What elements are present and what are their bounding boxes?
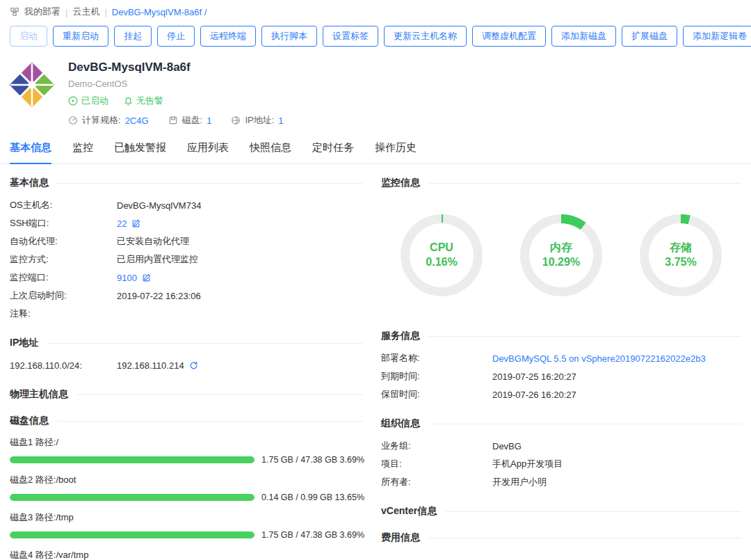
monitoring-header: 监控信息 bbox=[381, 177, 741, 189]
update-hostname-button[interactable]: 更新云主机名称 bbox=[384, 26, 467, 47]
tab-monitoring[interactable]: 监控 bbox=[72, 141, 93, 163]
tab-triggered-alarms[interactable]: 已触发警报 bbox=[114, 141, 166, 163]
gauge-value: 10.29% bbox=[542, 255, 580, 270]
gauge-value: 3.75% bbox=[665, 255, 696, 270]
section-divider bbox=[428, 538, 741, 538]
tab-scheduled-tasks[interactable]: 定时任务 bbox=[312, 141, 354, 163]
fee-info-header[interactable]: 费用信息 bbox=[381, 531, 741, 544]
ssh-port-value[interactable]: 22 bbox=[117, 218, 127, 229]
info-row-last-boot: 上次启动时间: 2019-07-22 16:23:06 bbox=[10, 287, 363, 305]
info-value: 2019-07-22 16:23:06 bbox=[117, 291, 201, 301]
breadcrumb-current[interactable]: DevBG-MysqlVM-8a6f / bbox=[112, 7, 207, 17]
vm-meta: DevBG-MysqlVM-8a6f Demo-CentOS 已启动 bbox=[68, 61, 284, 127]
ip-count-label: IP地址: bbox=[245, 114, 274, 127]
disk-count-value[interactable]: 1 bbox=[207, 115, 211, 126]
section-title: IP地址 bbox=[10, 337, 38, 349]
disk-item-1: 磁盘1 路径:/ 1.75 GB / 47.38 GB 3.69% bbox=[10, 436, 363, 465]
stop-button[interactable]: 停止 bbox=[157, 26, 195, 47]
compute-spec-value[interactable]: 2C4G bbox=[125, 115, 149, 126]
right-column: 监控信息 CPU 0.16% 内存 10.29% 存储 3.75% bbox=[381, 174, 741, 560]
disk-usage-text: 1.75 GB / 47.38 GB 3.69% bbox=[261, 455, 364, 465]
info-value: 已启用内置代理监控 bbox=[117, 253, 198, 266]
section-divider bbox=[57, 183, 363, 184]
edit-icon[interactable] bbox=[131, 219, 140, 228]
detail-tabs: 基本信息 监控 已触发警报 应用列表 快照信息 定时任务 操作历史 bbox=[0, 132, 751, 164]
disk-icon bbox=[168, 115, 178, 125]
add-disk-button[interactable]: 添加新磁盘 bbox=[551, 26, 616, 47]
disk-path-label: 磁盘4 路径:/var/tmp bbox=[10, 549, 363, 560]
tab-application-list[interactable]: 应用列表 bbox=[187, 141, 229, 163]
start-button[interactable]: 启动 bbox=[10, 26, 47, 47]
disk-usage-bar bbox=[10, 531, 255, 538]
power-status-badge: 已启动 bbox=[68, 95, 108, 107]
section-divider bbox=[445, 511, 741, 512]
info-label: 自动化代理: bbox=[10, 235, 117, 248]
section-divider bbox=[57, 421, 363, 422]
vm-image-name: Demo-CentOS bbox=[68, 79, 284, 89]
section-divider bbox=[428, 336, 741, 337]
service-row-expire-time: 到期时间: 2019-07-25 16:20:27 bbox=[381, 367, 741, 385]
service-row-retain-time: 保留时间: 2019-07-26 16:20:27 bbox=[381, 385, 741, 403]
tab-basic-info[interactable]: 基本信息 bbox=[10, 141, 51, 164]
disk-item-4: 磁盘4 路径:/var/tmp 1.75 GB / 47.38 GB 3.69% bbox=[10, 549, 363, 560]
info-row-automation-agent: 自动化代理: 已安装自动化代理 bbox=[10, 232, 363, 250]
info-value: DevBG bbox=[492, 441, 522, 451]
edit-icon[interactable] bbox=[142, 273, 151, 282]
disk-count-label: 磁盘: bbox=[182, 114, 203, 127]
bell-icon bbox=[124, 97, 133, 106]
info-label: 部署名称: bbox=[381, 352, 492, 365]
disk-usage-text: 0.14 GB / 0.99 GB 13.65% bbox=[261, 493, 364, 502]
gauge-label: 内存 bbox=[550, 241, 572, 255]
vcenter-info-header[interactable]: vCenter信息 bbox=[381, 505, 741, 518]
suspend-button[interactable]: 挂起 bbox=[114, 26, 152, 47]
tab-operation-history[interactable]: 操作历史 bbox=[375, 141, 417, 163]
info-row-monitor-port: 监控端口: 9100 bbox=[10, 269, 363, 287]
memory-usage-donut: 内存 10.29% bbox=[520, 214, 602, 296]
deployment-name-link[interactable]: DevBGMySQL 5.5 on vSphere20190722162022e… bbox=[492, 353, 706, 364]
ip-row: 192.168.110.0/24: 192.168.110.214 bbox=[10, 356, 363, 374]
restart-button[interactable]: 重新启动 bbox=[53, 26, 108, 47]
cpu-usage-donut: CPU 0.16% bbox=[401, 214, 483, 296]
monitoring-gauges: CPU 0.16% 内存 10.29% 存储 3.75% bbox=[381, 196, 741, 316]
section-title: 费用信息 bbox=[381, 531, 420, 544]
remote-terminal-button[interactable]: 远程终端 bbox=[200, 26, 256, 47]
monitor-port-value[interactable]: 9100 bbox=[117, 273, 137, 283]
section-divider bbox=[428, 183, 741, 184]
breadcrumb-section[interactable]: 云主机 bbox=[72, 6, 99, 18]
resize-vm-button[interactable]: 调整虚机配置 bbox=[472, 26, 546, 47]
refresh-icon[interactable] bbox=[189, 361, 198, 370]
disk-count: 磁盘: 1 bbox=[168, 114, 212, 127]
section-divider bbox=[47, 343, 363, 344]
extend-disk-button[interactable]: 扩展磁盘 bbox=[622, 26, 677, 47]
info-row-monitor-mode: 监控方式: 已启用内置代理监控 bbox=[10, 250, 363, 269]
tab-snapshots[interactable]: 快照信息 bbox=[250, 141, 291, 163]
info-label: 业务组: bbox=[381, 440, 492, 452]
org-info-header: 组织信息 bbox=[381, 417, 741, 430]
set-tags-button[interactable]: 设置标签 bbox=[323, 26, 378, 47]
section-title: 监控信息 bbox=[381, 177, 420, 189]
disk-path-label: 磁盘2 路径:/boot bbox=[10, 474, 363, 486]
info-label: 所有者: bbox=[381, 476, 492, 488]
run-script-button[interactable]: 执行脚本 bbox=[261, 26, 317, 47]
storage-usage-donut: 存储 3.75% bbox=[640, 214, 722, 296]
vm-name: DevBG-MysqlVM-8a6f bbox=[68, 61, 284, 74]
play-icon bbox=[68, 96, 78, 106]
deployments-icon bbox=[10, 7, 19, 17]
disk-usage-text: 1.75 GB / 47.38 GB 3.69% bbox=[261, 530, 364, 540]
section-title: 组织信息 bbox=[381, 417, 420, 430]
disk-path-label: 磁盘1 路径:/ bbox=[10, 436, 363, 449]
info-value: 开发用户小明 bbox=[492, 476, 547, 488]
info-label: 到期时间: bbox=[381, 370, 492, 383]
add-logical-volume-button[interactable]: 添加新逻辑卷 bbox=[683, 26, 751, 47]
compute-spec-label: 计算规格: bbox=[82, 114, 121, 127]
info-row-remark: 注释: bbox=[10, 305, 363, 323]
action-toolbar: 启动 重新启动 挂起 停止 远程终端 执行脚本 设置标签 更新云主机名称 调整虚… bbox=[0, 21, 751, 51]
info-label: 监控端口: bbox=[10, 271, 117, 284]
vm-header: DevBG-MysqlVM-8a6f Demo-CentOS 已启动 bbox=[0, 51, 751, 129]
ip-count-value[interactable]: 1 bbox=[278, 115, 283, 126]
physical-host-header[interactable]: 物理主机信息 bbox=[10, 388, 363, 401]
info-row-ssh-port: SSH端口: 22 bbox=[10, 214, 363, 232]
gauge-label: 存储 bbox=[670, 241, 692, 255]
info-value: 2019-07-26 16:20:27 bbox=[492, 390, 576, 400]
breadcrumb-root[interactable]: 我的部署 bbox=[24, 6, 60, 18]
